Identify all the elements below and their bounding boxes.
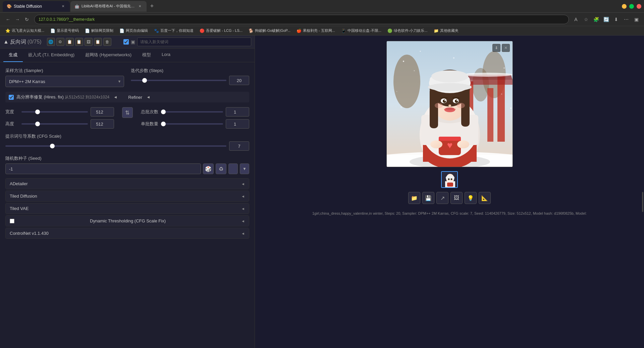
seed-dice-button[interactable]: 🎲 (203, 163, 214, 174)
batch-count-row: 总批次数 (141, 107, 250, 117)
close-button[interactable] (637, 4, 641, 9)
bookmark-edit[interactable]: 📄 网页自由编辑 (117, 27, 151, 34)
seed-extra-btn[interactable] (228, 163, 238, 174)
download-icon[interactable]: ⬇ (612, 16, 620, 23)
svg-point-40 (448, 105, 451, 107)
minimize-button[interactable] (622, 4, 627, 9)
tab-hypernetworks[interactable]: 超网络 (Hypernetworks) (80, 49, 137, 62)
tab-model[interactable]: 模型 (137, 49, 156, 62)
translate-icon[interactable]: A (572, 16, 580, 23)
seed-input[interactable] (5, 163, 201, 174)
menu-icon[interactable]: ⋯ (623, 16, 630, 23)
swap-wh-button[interactable]: ⇅ (122, 107, 133, 118)
tabs-bar: 生成 嵌入式 (T.I. Embedding) 超网络 (Hypernetwor… (0, 49, 255, 62)
tool-folder-btn[interactable]: 📁 (408, 192, 420, 204)
bookmark-52pojie[interactable]: 🔴 吾爱破解 - LCG - LS... (197, 27, 245, 34)
tab-generate[interactable]: 生成 (3, 49, 23, 62)
batch-count-input[interactable] (226, 107, 249, 117)
tab-lora-label: Lora (162, 52, 170, 57)
svg-point-9 (462, 73, 513, 77)
batch-size-slider[interactable] (161, 123, 223, 125)
dynamic-threshold-section: Dynamic Thresholding (CFG Scale Fix) ◄ (5, 215, 249, 226)
neg-image-btn[interactable]: 🖼 (85, 38, 93, 46)
bookmark-others[interactable]: 📁 其他收藏夹 (431, 27, 461, 34)
neg-globe-btn[interactable]: 🌐 (47, 38, 55, 46)
seed-recycle-button[interactable]: ♻ (216, 163, 226, 174)
controlnet-header[interactable]: ControlNet v1.1.430 ◄ (6, 228, 249, 238)
bookmark-password[interactable]: 📄 显示星号密码 (48, 27, 82, 34)
thumbnail-0[interactable] (441, 171, 458, 188)
seed-dropdown-btn[interactable]: ▼ (240, 163, 249, 174)
tab-label-1: Stable Diffusion (14, 4, 42, 9)
refiner-collapse-btn[interactable]: ◄ (145, 94, 152, 100)
neg-keyword-field[interactable] (137, 38, 251, 46)
neg-paste-btn[interactable]: 📋 (66, 38, 74, 46)
star-icon[interactable]: ☆ (582, 16, 590, 23)
image-download-btn[interactable]: ⬇ (492, 44, 500, 52)
sync-icon[interactable]: 🔄 (602, 16, 610, 23)
tool-image-btn[interactable]: 🖼 (450, 192, 463, 204)
neg-delete-btn[interactable]: 🗑 (103, 38, 111, 46)
neg-gear-btn[interactable]: ⚙ (56, 38, 64, 46)
tab-liblib[interactable]: 🤖 LiblibAI·哩布哩布AI - 中国领先的... ✕ (70, 1, 147, 12)
tiled-diffusion-header[interactable]: Tiled Diffusion ◄ (6, 191, 249, 201)
dynamic-threshold-checkbox[interactable] (10, 219, 14, 223)
neg-copy-btn[interactable]: 📋 (75, 38, 83, 46)
tab-embedding[interactable]: 嵌入式 (T.I. Embedding) (23, 49, 80, 62)
tab-generate-label: 生成 (9, 52, 17, 57)
height-slider[interactable] (21, 123, 88, 125)
back-button[interactable]: ← (4, 15, 12, 23)
svg-point-1 (393, 55, 420, 108)
hires-collapse-btn[interactable]: ◄ (112, 94, 119, 100)
batch-count-slider[interactable] (161, 111, 223, 113)
swap-col: ⇅ (121, 107, 134, 118)
wh-col: 宽度 高度 (5, 107, 114, 129)
neg-keyword-input-area: ▣ (123, 38, 251, 46)
width-slider[interactable] (21, 111, 88, 113)
right-scrollbar[interactable] (642, 192, 643, 212)
tool-style-btn[interactable]: 💡 (465, 192, 477, 204)
neg-keyword-checkbox[interactable] (123, 39, 129, 45)
bookmark-baidu[interactable]: 🐾 百度一下，你就知道 (151, 27, 196, 34)
svg-point-37 (455, 99, 458, 103)
bookmark-guohe[interactable]: 🍎 果核剥壳 - 互联网... (294, 27, 338, 34)
neg-save-btn[interactable]: 📋 (94, 38, 102, 46)
bookmark-unlock[interactable]: 📄 解除网页限制 (82, 27, 116, 34)
bookmark-chinamobile[interactable]: 📱 中国移动云盘-不限... (338, 27, 384, 34)
image-close-btn[interactable]: ✕ (502, 44, 510, 52)
tool-crop-btn[interactable]: 📐 (479, 192, 491, 204)
batch-size-input[interactable] (226, 119, 249, 129)
extension-icon[interactable]: 🧩 (592, 16, 600, 23)
bookmark-goupojie[interactable]: 🐕 狗破解-Go破解|GoP... (246, 27, 293, 34)
reload-button[interactable]: ↻ (23, 15, 31, 23)
tool-save-btn[interactable]: 💾 (422, 192, 434, 204)
tiled-diffusion-title: Tiled Diffusion (10, 194, 37, 199)
steps-slider[interactable] (131, 80, 227, 81)
tab-close-2[interactable]: ✕ (137, 4, 143, 9)
width-input[interactable] (91, 107, 114, 117)
bookmark-xunfei[interactable]: ⭐ 讯飞星火认知大模... (3, 27, 47, 34)
tiled-vae-header[interactable]: Tiled VAE ◄ (6, 203, 249, 214)
hires-fix-suffix: 从512x512 到1024x1024 (65, 95, 109, 99)
sidebar-toggle-icon[interactable]: ▣ (633, 16, 640, 23)
baidu-icon: 🐾 (154, 28, 159, 33)
url-bar[interactable]: 127.0.0.1:7860/?__theme=dark (34, 15, 569, 24)
dynamic-threshold-header[interactable]: Dynamic Thresholding (CFG Scale Fix) ◄ (6, 216, 249, 226)
tab-stable-diffusion[interactable]: 🎨 Stable Diffusion ✕ (3, 1, 70, 12)
neg-prompt-toggle[interactable]: ▲ 反向词 (0/75) (3, 39, 42, 46)
neg-prompt-title: 反向词 (10, 39, 26, 46)
adetailer-header[interactable]: ADetailer ◄ (6, 179, 249, 189)
maximize-button[interactable] (629, 4, 634, 9)
height-input[interactable] (91, 119, 114, 129)
forward-button[interactable]: → (13, 15, 21, 23)
tab-lora[interactable]: Lora (156, 49, 176, 62)
batch-col: 总批次数 单批数量 (141, 107, 250, 129)
tab-close-1[interactable]: ✕ (60, 4, 66, 9)
new-tab-button[interactable]: + (147, 2, 157, 11)
hires-fix-checkbox[interactable] (9, 95, 14, 100)
cfg-scale-slider[interactable] (5, 145, 226, 147)
bookmark-green[interactable]: 🟢 绿色软件-小刀娱乐... (385, 27, 430, 34)
tool-send-btn[interactable]: ↗ (436, 192, 448, 204)
window-controls (622, 4, 641, 9)
sampler-select[interactable]: DPM++ 2M Karras Euler a Euler DPM++ SDE … (5, 76, 124, 87)
